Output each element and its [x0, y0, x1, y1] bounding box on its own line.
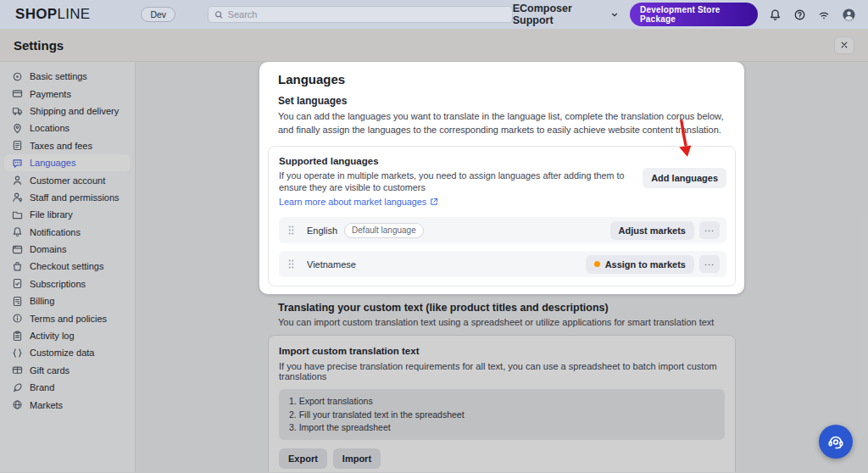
language-name: Vietnamese	[307, 259, 356, 270]
headset-icon	[826, 432, 845, 451]
set-languages-title: Set languages	[278, 95, 731, 107]
shopline-logo[interactable]: SHOPLINE	[15, 6, 90, 23]
logo-bold: SHOP	[15, 6, 57, 22]
topnav-right: EComposer Support Development Store Pack…	[513, 3, 856, 26]
external-link-icon	[430, 198, 438, 206]
status-dot	[594, 261, 600, 267]
language-row-english: English Default language Adjust markets …	[279, 217, 726, 243]
drag-handle-icon[interactable]	[287, 225, 295, 236]
plan-badge[interactable]: Development Store Package	[630, 3, 758, 26]
supported-languages-card: Supported languages If you operate in mu…	[268, 146, 736, 287]
market-languages-link[interactable]: Learn more about market languages	[279, 197, 438, 207]
wifi-icon[interactable]	[817, 8, 831, 22]
add-languages-button[interactable]: Add languages	[643, 168, 726, 188]
set-languages-block: Set languages You can add the languages …	[268, 95, 736, 136]
language-row-vietnamese: Vietnamese Assign to markets ...	[279, 251, 726, 277]
notifications-bell-icon[interactable]	[769, 8, 782, 22]
top-nav: SHOPLINE Dev EComposer Support Developme…	[0, 0, 868, 29]
logo-light: LINE	[57, 6, 90, 22]
set-languages-description: You can add the languages you want to tr…	[278, 110, 731, 136]
languages-panel-title: Languages	[268, 72, 736, 86]
avatar[interactable]	[842, 8, 856, 22]
account-menu[interactable]: EComposer Support	[513, 3, 619, 26]
link-label: Learn more about market languages	[279, 197, 426, 207]
supported-languages-title: Supported languages	[279, 156, 634, 166]
assign-to-markets-button[interactable]: Assign to markets	[586, 255, 694, 274]
env-badge: Dev	[141, 7, 175, 22]
languages-panel: Languages Set languages You can add the …	[259, 62, 744, 294]
search-bar[interactable]	[208, 6, 513, 23]
more-actions-button[interactable]: ...	[699, 255, 720, 273]
drag-handle-icon[interactable]	[287, 259, 295, 270]
account-name: EComposer Support	[513, 3, 606, 26]
chevron-down-icon	[610, 10, 619, 19]
supported-languages-description: If you operate in multiple markets, you …	[279, 170, 634, 193]
more-actions-button[interactable]: ...	[699, 221, 720, 239]
shopline-admin-app: SHOPLINE Dev EComposer Support Developme…	[0, 0, 868, 473]
search-icon	[214, 10, 224, 19]
support-chat-button[interactable]	[819, 425, 853, 459]
search-input[interactable]	[228, 9, 506, 19]
default-language-badge: Default language	[344, 223, 424, 238]
button-label: Assign to markets	[605, 259, 686, 270]
adjust-markets-button[interactable]: Adjust markets	[610, 221, 694, 240]
help-icon[interactable]	[793, 8, 806, 22]
language-name: English	[307, 225, 337, 236]
